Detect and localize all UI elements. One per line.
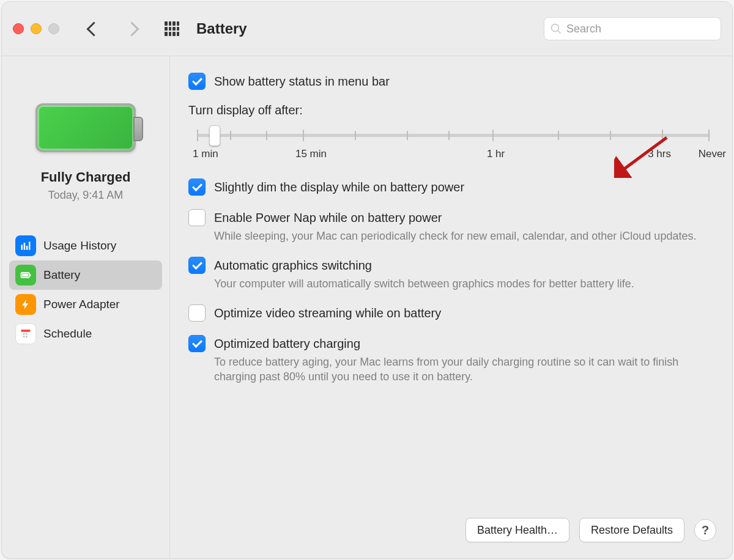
option-row: Optimize video streaming while on batter… bbox=[188, 304, 719, 322]
slider-mark: Never bbox=[699, 148, 726, 160]
power-adapter-icon bbox=[15, 294, 36, 315]
svg-rect-7 bbox=[21, 330, 31, 331]
slider-mark: 1 hr bbox=[487, 148, 505, 160]
checkbox-option-3[interactable] bbox=[188, 304, 206, 322]
close-window-button[interactable] bbox=[13, 23, 24, 34]
preferences-window: Battery Fully Charged Today, 9:41 AM Usa… bbox=[1, 1, 733, 559]
slider-track bbox=[197, 134, 710, 137]
option-row: Optimized battery chargingTo reduce batt… bbox=[188, 335, 719, 384]
back-button[interactable] bbox=[84, 17, 103, 41]
option-show-menubar: Show battery status in menu bar bbox=[188, 73, 719, 90]
slider-mark: 3 hrs bbox=[648, 148, 671, 160]
sidebar-item-battery[interactable]: Battery bbox=[9, 260, 162, 290]
svg-rect-3 bbox=[29, 241, 31, 249]
battery-health-button[interactable]: Battery Health… bbox=[465, 518, 569, 542]
checkbox-option-4[interactable] bbox=[188, 335, 206, 352]
sidebar-item-label: Schedule bbox=[43, 327, 92, 341]
option-label: Optimized battery charging bbox=[214, 335, 719, 352]
sidebar-item-label: Power Adapter bbox=[43, 298, 120, 311]
restore-defaults-button[interactable]: Restore Defaults bbox=[579, 518, 684, 542]
svg-rect-6 bbox=[30, 274, 31, 276]
option-description: While sleeping, your Mac can periodicall… bbox=[214, 229, 719, 243]
slider-mark-labels: 1 min 15 min 1 hr 3 hrs Never bbox=[190, 148, 717, 163]
search-icon bbox=[550, 23, 562, 35]
footer-buttons: Battery Health… Restore Defaults ? bbox=[465, 518, 716, 542]
options-list: Slightly dim the display while on batter… bbox=[188, 179, 719, 384]
help-button[interactable]: ? bbox=[694, 519, 716, 541]
usage-history-icon bbox=[15, 235, 36, 256]
chevron-left-icon bbox=[86, 21, 101, 36]
display-off-slider[interactable] bbox=[193, 126, 714, 144]
battery-icon bbox=[35, 103, 136, 152]
battery-status-time: Today, 9:41 AM bbox=[2, 189, 169, 202]
main-pane: Show battery status in menu bar Turn dis… bbox=[170, 56, 732, 558]
svg-rect-9 bbox=[26, 333, 28, 335]
option-label: Enable Power Nap while on battery power bbox=[214, 209, 719, 226]
minimize-window-button[interactable] bbox=[31, 23, 42, 34]
svg-rect-0 bbox=[21, 245, 23, 249]
slider-mark: 1 min bbox=[193, 148, 218, 160]
option-label: Automatic graphics switching bbox=[214, 257, 719, 274]
sidebar-item-label: Usage History bbox=[43, 239, 116, 252]
search-field[interactable] bbox=[544, 17, 721, 40]
option-label: Optimize video streaming while on batter… bbox=[214, 304, 719, 322]
search-input[interactable] bbox=[565, 22, 714, 36]
svg-rect-2 bbox=[26, 246, 28, 250]
option-description: To reduce battery aging, your Mac learns… bbox=[214, 355, 719, 384]
sidebar-item-label: Battery bbox=[43, 268, 80, 282]
schedule-icon bbox=[15, 323, 36, 344]
option-description: Your computer will automatically switch … bbox=[214, 276, 719, 291]
svg-rect-11 bbox=[26, 336, 28, 337]
slider-thumb[interactable] bbox=[209, 125, 220, 146]
battery-status-title: Fully Charged bbox=[2, 169, 169, 185]
svg-rect-5 bbox=[22, 274, 28, 277]
option-row: Slightly dim the display while on batter… bbox=[188, 179, 719, 196]
chevron-right-icon bbox=[124, 21, 139, 36]
battery-nav-icon bbox=[15, 265, 36, 286]
nav-arrows bbox=[84, 17, 141, 41]
option-label: Show battery status in menu bar bbox=[214, 73, 719, 90]
slider-mark: 15 min bbox=[295, 148, 327, 160]
option-row: Automatic graphics switchingYour compute… bbox=[188, 257, 719, 291]
option-row: Enable Power Nap while on battery powerW… bbox=[188, 209, 719, 243]
checkbox-show-menubar[interactable] bbox=[188, 73, 206, 90]
body: Fully Charged Today, 9:41 AM Usage Histo… bbox=[2, 56, 732, 558]
window-controls bbox=[13, 23, 59, 34]
show-all-preferences-button[interactable] bbox=[165, 21, 179, 36]
sidebar-item-power-adapter[interactable]: Power Adapter bbox=[9, 290, 162, 319]
checkbox-option-1[interactable] bbox=[188, 209, 206, 226]
page-title: Battery bbox=[196, 20, 247, 37]
svg-rect-8 bbox=[23, 333, 25, 335]
svg-rect-10 bbox=[23, 336, 25, 337]
checkbox-option-2[interactable] bbox=[188, 257, 206, 274]
forward-button[interactable] bbox=[122, 17, 141, 41]
sidebar: Fully Charged Today, 9:41 AM Usage Histo… bbox=[2, 56, 170, 558]
sidebar-nav: Usage History Battery Power Adapter bbox=[2, 226, 169, 353]
sidebar-item-usage-history[interactable]: Usage History bbox=[9, 231, 162, 260]
sidebar-item-schedule[interactable]: Schedule bbox=[9, 319, 162, 348]
zoom-window-button[interactable] bbox=[48, 23, 59, 34]
checkbox-option-0[interactable] bbox=[188, 179, 206, 196]
svg-rect-1 bbox=[24, 243, 26, 250]
titlebar: Battery bbox=[2, 2, 732, 56]
option-label: Slightly dim the display while on batter… bbox=[214, 179, 719, 196]
display-off-label: Turn display off after: bbox=[188, 103, 719, 117]
